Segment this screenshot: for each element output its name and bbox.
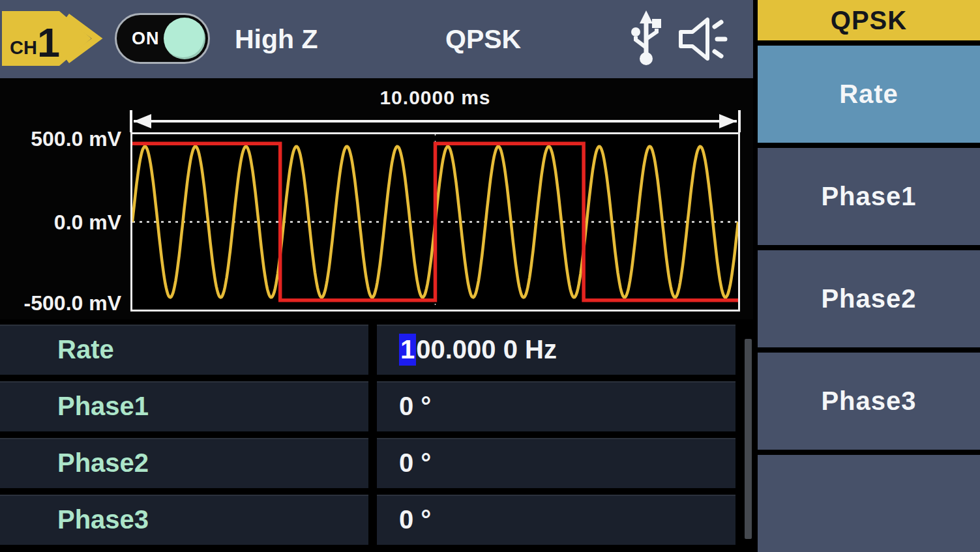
param-value-phase1[interactable]: 0 °: [377, 381, 735, 431]
softkey-phase3[interactable]: Phase3: [758, 353, 980, 450]
output-toggle-knob[interactable]: [164, 18, 205, 59]
table-row-phase3[interactable]: Phase3 0 °: [0, 495, 735, 545]
param-label-phase2: Phase2: [0, 438, 368, 488]
time-span-arrow: [129, 110, 741, 132]
usb-icon: [627, 10, 665, 66]
ytick-plus500: 500.0 mV: [0, 128, 121, 150]
table-row-rate[interactable]: Rate 100.000 0 Hz: [0, 325, 735, 375]
edit-cursor: 1: [399, 334, 416, 366]
mode-label: QPSK: [445, 0, 521, 78]
softkey-menu: QPSK Rate Phase1 Phase2 Phase3: [753, 0, 980, 552]
channel-badge[interactable]: CH 1: [2, 8, 111, 68]
signal-generator-screen: CH 1 ON High Z QPSK: [0, 0, 980, 552]
param-value-rate[interactable]: 100.000 0 Hz: [377, 325, 735, 375]
softkey-phase1[interactable]: Phase1: [758, 148, 980, 245]
output-toggle-label: ON: [132, 29, 160, 49]
speaker-icon: [677, 16, 732, 63]
output-toggle[interactable]: ON: [115, 13, 210, 64]
param-label-phase3: Phase3: [0, 495, 368, 545]
table-row-phase1[interactable]: Phase1 0 °: [0, 381, 735, 431]
impedance-label: High Z: [235, 0, 318, 78]
table-scrollbar[interactable]: [745, 339, 752, 539]
channel-prefix-label: CH: [10, 37, 37, 58]
waveform-plot-box: [130, 132, 740, 312]
channel-number-label: 1: [37, 20, 60, 65]
param-label-phase1: Phase1: [0, 381, 368, 431]
softkey-phase2[interactable]: Phase2: [758, 250, 980, 347]
parameter-table: Rate 100.000 0 Hz Phase1 0 ° Phase2 0 ° …: [0, 319, 753, 552]
softkey-rate[interactable]: Rate: [758, 46, 980, 143]
time-span-label: 10.0000 ms: [130, 87, 740, 109]
ytick-zero: 0.0 mV: [0, 211, 121, 233]
softkey-blank[interactable]: [758, 455, 980, 552]
waveform-traces: [132, 134, 738, 310]
rate-value-rest: 00.000 0 Hz: [416, 335, 557, 364]
ytick-minus500: -500.0 mV: [0, 292, 121, 314]
param-label-rate: Rate: [0, 325, 368, 375]
main-area: CH 1 ON High Z QPSK: [0, 0, 753, 552]
menu-title: QPSK: [758, 0, 980, 40]
top-status-bar: CH 1 ON High Z QPSK: [0, 0, 753, 78]
param-value-phase3[interactable]: 0 °: [377, 495, 735, 545]
param-value-phase2[interactable]: 0 °: [377, 438, 735, 488]
waveform-display: 10.0000 ms 500.0 mV 0.0 mV -500.0 mV: [0, 78, 753, 319]
table-row-phase2[interactable]: Phase2 0 °: [0, 438, 735, 488]
